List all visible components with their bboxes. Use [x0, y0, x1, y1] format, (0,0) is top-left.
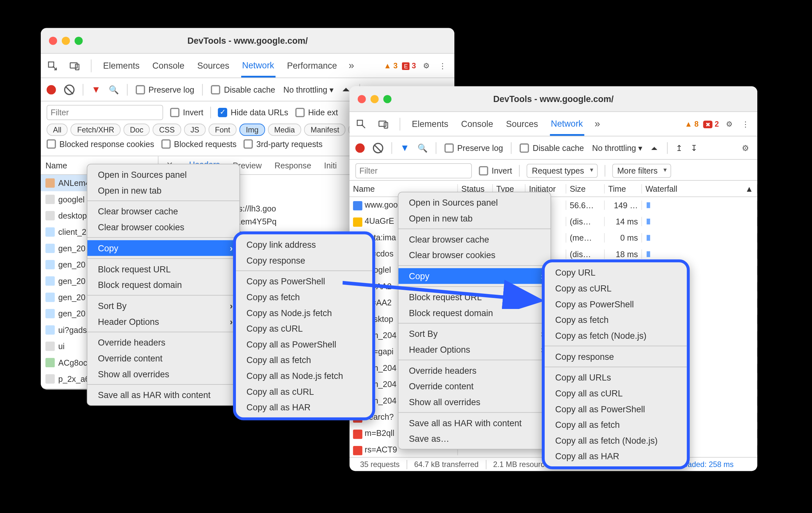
ctx-open-newtab[interactable]: Open in new tab	[398, 211, 551, 226]
sub2-copy-fetch-node[interactable]: Copy as fetch (Node.js)	[545, 328, 687, 344]
tab-elements[interactable]: Elements	[102, 55, 141, 76]
chip-all[interactable]: All	[47, 124, 68, 136]
settings-gear-icon[interactable]: ⚙	[724, 118, 735, 130]
inspect-icon[interactable]	[355, 118, 367, 130]
ctx-override-headers[interactable]: Override headers	[398, 363, 551, 379]
sub2-copy-response[interactable]: Copy response	[545, 349, 687, 364]
clear-button[interactable]	[373, 142, 383, 153]
ctx-copy[interactable]: Copy	[87, 240, 240, 256]
chip-doc[interactable]: Doc	[124, 124, 150, 136]
chip-font[interactable]: Font	[209, 124, 237, 136]
tab-console[interactable]: Console	[460, 113, 494, 135]
chip-manifest[interactable]: Manifest	[304, 124, 346, 136]
sub-copy-response[interactable]: Copy response	[236, 252, 372, 268]
sub-copyall-fetch[interactable]: Copy all as fetch	[236, 352, 372, 368]
sub-copyall-har[interactable]: Copy all as HAR	[236, 399, 372, 415]
maximize-window-btn[interactable]	[75, 36, 83, 45]
chip-fetchxhr[interactable]: Fetch/XHR	[71, 124, 121, 136]
warning-badge[interactable]: ▲ 8	[685, 119, 699, 128]
col-size[interactable]: Size	[567, 184, 605, 193]
more-tabs-btn[interactable]: »	[594, 118, 600, 130]
error-badge[interactable]: E 3	[402, 61, 416, 70]
ctx-open-newtab[interactable]: Open in new tab	[87, 182, 240, 198]
ctx-save-as[interactable]: Save as…	[398, 431, 551, 447]
hide-ext-checkbox[interactable]: Hide ext	[295, 108, 338, 117]
tab-elements[interactable]: Elements	[411, 113, 450, 135]
ctx-save-har[interactable]: Save all as HAR with content	[87, 387, 240, 403]
close-window-btn[interactable]	[49, 36, 57, 45]
clear-button[interactable]	[64, 84, 75, 94]
ctx-clear-cookies[interactable]: Clear browser cookies	[87, 219, 240, 235]
sub2-copyall-har[interactable]: Copy all as HAR	[545, 448, 687, 464]
chip-css[interactable]: CSS	[153, 124, 181, 136]
chip-js[interactable]: JS	[184, 124, 206, 136]
preserve-log-checkbox[interactable]: Preserve log	[444, 143, 503, 153]
sub2-copyall-fetch-node[interactable]: Copy all as fetch (Node.js)	[545, 433, 687, 449]
preserve-log-checkbox[interactable]: Preserve log	[136, 85, 194, 94]
minimize-window-btn[interactable]	[62, 36, 70, 45]
hide-data-urls-checkbox[interactable]: Hide data URLs	[218, 108, 288, 117]
ctx-override-content[interactable]: Override content	[398, 378, 551, 394]
tab-sources[interactable]: Sources	[505, 113, 539, 135]
sub-copyall-nodefetch[interactable]: Copy all as Node.js fetch	[236, 368, 372, 384]
ctx-clear-cache[interactable]: Clear browser cache	[398, 232, 551, 247]
filter-toggle-icon[interactable]: ▼	[92, 84, 101, 94]
error-badge[interactable]: ✖ 2	[703, 119, 719, 128]
close-window-btn[interactable]	[358, 95, 366, 103]
sub-copy-curl[interactable]: Copy as cURL	[236, 321, 372, 336]
ctx-show-overrides[interactable]: Show all overrides	[87, 366, 240, 382]
kebab-menu-icon[interactable]: ⋮	[437, 60, 448, 72]
warning-badge[interactable]: ▲ 3	[384, 61, 398, 70]
settings-gear-icon[interactable]: ⚙	[421, 60, 432, 72]
ctx-override-headers[interactable]: Override headers	[87, 334, 240, 350]
blocked-cookies-checkbox[interactable]: Blocked response cookies	[47, 139, 154, 148]
filter-input[interactable]	[47, 105, 163, 120]
ctx-open-sources[interactable]: Open in Sources panel	[87, 167, 240, 183]
sub-copy-link[interactable]: Copy link address	[236, 237, 372, 252]
sub2-copy-url[interactable]: Copy URL	[545, 265, 687, 280]
ctx-block-domain[interactable]: Block request domain	[87, 277, 240, 293]
tab-performance[interactable]: Performance	[286, 55, 338, 76]
inspect-icon[interactable]	[47, 60, 58, 72]
invert-checkbox[interactable]: Invert	[170, 108, 204, 117]
invert-checkbox[interactable]: Invert	[479, 166, 512, 176]
ctx-sort-by[interactable]: Sort By	[398, 326, 551, 342]
ctx-header-options[interactable]: Header Options	[87, 314, 240, 329]
sub2-copy-ps[interactable]: Copy as PowerShell	[545, 296, 687, 312]
record-button[interactable]	[355, 143, 365, 153]
ctx-open-sources[interactable]: Open in Sources panel	[398, 195, 551, 211]
search-icon[interactable]: 🔍	[109, 85, 119, 94]
ctx-header-options[interactable]: Header Options	[398, 342, 551, 357]
dtab-response[interactable]: Response	[274, 157, 311, 173]
dtab-initiator[interactable]: Initi	[324, 157, 337, 173]
ctx-sort-by[interactable]: Sort By	[87, 298, 240, 314]
device-toolbar-icon[interactable]	[377, 118, 389, 130]
throttling-select[interactable]: No throttling ▾	[283, 85, 334, 94]
col-time[interactable]: Time	[605, 184, 642, 193]
search-icon[interactable]: 🔍	[417, 143, 428, 153]
sub-copyall-ps[interactable]: Copy all as PowerShell	[236, 336, 372, 352]
chip-img[interactable]: Img	[239, 124, 265, 136]
tab-console[interactable]: Console	[151, 55, 185, 76]
throttling-select[interactable]: No throttling ▾	[592, 143, 642, 153]
upload-icon[interactable]: ↥	[676, 143, 683, 153]
ctx-clear-cookies[interactable]: Clear browser cookies	[398, 247, 551, 263]
device-toolbar-icon[interactable]	[68, 60, 80, 72]
more-filters-dropdown[interactable]: More filters	[612, 164, 671, 178]
download-icon[interactable]: ↧	[691, 143, 698, 153]
wifi-icon[interactable]: ⏶	[650, 143, 659, 153]
name-column-header[interactable]: Name	[45, 161, 67, 170]
kebab-menu-icon[interactable]: ⋮	[740, 118, 752, 130]
request-types-dropdown[interactable]: Request types	[527, 164, 598, 178]
sub2-copyall-curl[interactable]: Copy all as cURL	[545, 385, 687, 401]
chip-media[interactable]: Media	[268, 124, 301, 136]
tab-network[interactable]: Network	[241, 54, 275, 77]
ctx-override-content[interactable]: Override content	[87, 350, 240, 366]
filter-toggle-icon[interactable]: ▼	[400, 142, 410, 153]
tab-sources[interactable]: Sources	[196, 55, 230, 76]
disable-cache-checkbox[interactable]: Disable cache	[211, 85, 275, 94]
col-waterfall[interactable]: Waterfall▲	[642, 184, 757, 193]
tab-network[interactable]: Network	[550, 112, 584, 136]
ctx-show-overrides[interactable]: Show all overrides	[398, 394, 551, 410]
filter-input[interactable]	[355, 163, 472, 179]
